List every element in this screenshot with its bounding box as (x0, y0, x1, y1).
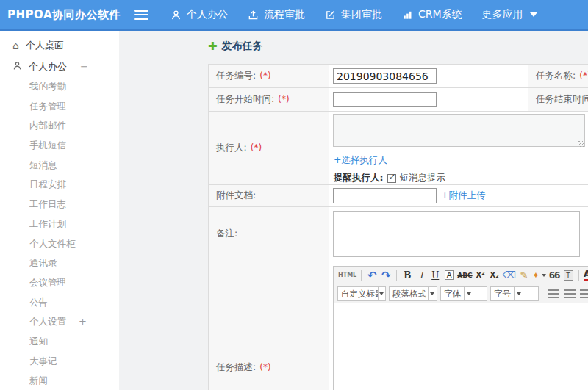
collapse-minus-icon[interactable]: − (80, 61, 88, 72)
nav-personal-office[interactable]: 个人办公 (171, 8, 228, 21)
dropdown-arrow-icon (514, 287, 523, 300)
dropdown-label: 字号 (491, 287, 514, 300)
eraser-icon[interactable]: ⌫ (502, 269, 517, 282)
nav-label: 更多应用 (482, 8, 523, 21)
required-mark: (*) (278, 94, 289, 104)
start-time-label-cell: 任务开始时间:(*) (209, 88, 329, 112)
nav-label: 集团审批 (341, 8, 382, 21)
remark-textarea[interactable] (333, 211, 580, 257)
sidebar-item-personal-desktop[interactable]: ⌂ 个人桌面 (0, 35, 118, 56)
executor-cell: +选择执行人 提醒执行人: ✓ 短消息提示 (329, 112, 588, 185)
attachment-cell: +附件上传 (329, 185, 588, 207)
sidebar-item-contacts[interactable]: 通讯录 (0, 253, 118, 273)
toolbar-separator (578, 270, 579, 281)
add-plus-icon: ✚ (208, 41, 218, 52)
nav-process-approval[interactable]: 流程审批 (248, 8, 305, 21)
sms-remind-checkbox[interactable]: ✓ (387, 174, 396, 183)
blockquote-button[interactable]: 66 (548, 269, 561, 282)
sidebar-item-news[interactable]: 新闻 (0, 371, 118, 390)
nav-label: CRM系统 (418, 8, 462, 21)
expand-plus-icon[interactable]: + (79, 312, 87, 332)
hamburger-menu-icon[interactable] (134, 10, 148, 20)
sidebar-subitem-label: 手机短信 (29, 136, 66, 156)
editor-toolbar-row1: HTML ↶ ↷ B I U A ABC X² X₂ ⌫ (334, 267, 588, 284)
nav-crm-system[interactable]: CRM系统 (402, 8, 462, 21)
font-family-dropdown[interactable]: 字体 (440, 286, 487, 301)
nav-more-apps[interactable]: 更多应用 (482, 8, 537, 21)
nav-label: 流程审批 (264, 8, 305, 21)
sidebar-item-announcement[interactable]: 公告 (0, 293, 118, 313)
field-label: 执行人: (216, 142, 247, 153)
editor-toolbar-row2: 自定义标题 段落格式 字体 (334, 284, 588, 303)
sidebar-item-task-management[interactable]: 任务管理 (0, 97, 118, 117)
task-number-input[interactable] (333, 68, 437, 84)
description-editor-area[interactable] (334, 303, 588, 390)
remind-executor-label: 提醒执行人: (334, 172, 384, 184)
resize-grip-icon[interactable] (578, 141, 584, 147)
paste-icon[interactable]: T (564, 270, 573, 281)
process-approval-icon (248, 10, 259, 21)
choose-executor-link[interactable]: +选择执行人 (334, 154, 387, 167)
start-time-cell (329, 88, 528, 112)
sidebar-item-internal-mail[interactable]: 内部邮件 (0, 116, 118, 136)
sidebar-item-work-plan[interactable]: 工作计划 (0, 214, 118, 234)
sidebar-subitem-label: 通讯录 (29, 253, 57, 273)
sidebar-item-short-message[interactable]: 短消息 (0, 156, 118, 176)
required-mark: (*) (579, 71, 588, 81)
redo-icon[interactable]: ↷ (379, 269, 392, 282)
description-cell: HTML ↶ ↷ B I U A ABC X² X₂ ⌫ (329, 261, 588, 390)
attachment-upload-link[interactable]: +附件上传 (441, 189, 485, 202)
html-source-button[interactable]: HTML (337, 269, 357, 282)
strikethrough-button[interactable]: ABC (456, 269, 473, 282)
magic-wand-button[interactable]: ✦ (531, 269, 547, 282)
align-center-icon[interactable] (564, 289, 576, 298)
sidebar-item-mobile-sms[interactable]: 手机短信 (0, 136, 118, 156)
remind-executor-row: 提醒执行人: ✓ 短消息提示 (334, 172, 588, 184)
required-mark: (*) (259, 362, 270, 372)
toolbar-separator (361, 270, 362, 281)
sidebar-subitem-label: 新闻 (29, 371, 48, 390)
description-label-cell: 任务描述:(*) (209, 261, 329, 390)
sms-remind-checkbox-label: 短消息提示 (400, 172, 446, 184)
font-size-dropdown[interactable]: 字号 (490, 286, 539, 301)
underline-button[interactable]: U (429, 269, 442, 282)
sidebar-item-personal-files[interactable]: 个人文件柜 (0, 234, 118, 254)
sidebar-subitem-label: 日程安排 (29, 175, 66, 195)
attachment-label-cell: 附件文档: (209, 185, 329, 207)
start-time-input[interactable] (333, 92, 437, 107)
sidebar-subitem-label: 任务管理 (29, 97, 66, 117)
dropdown-label: 自定义标题 (338, 287, 378, 300)
sidebar-item-personal-office[interactable]: 个人办公 − (0, 56, 118, 77)
group-approval-icon (325, 10, 336, 21)
custom-title-dropdown[interactable]: 自定义标题 (337, 286, 386, 301)
sidebar-item-memorabilia[interactable]: 大事记 (0, 352, 118, 372)
rich-text-editor: HTML ↶ ↷ B I U A ABC X² X₂ ⌫ (333, 266, 588, 390)
sidebar-item-schedule[interactable]: 日程安排 (0, 175, 118, 195)
align-left-icon[interactable] (548, 289, 559, 298)
bold-button[interactable]: B (401, 269, 414, 282)
subscript-button[interactable]: X₂ (488, 269, 501, 282)
sidebar-subitem-label: 通知 (29, 332, 48, 352)
attachment-input[interactable] (333, 188, 437, 203)
sidebar-item-meeting-management[interactable]: 会议管理 (0, 273, 118, 293)
task-number-label-cell: 任务编号:(*) (209, 65, 329, 88)
sidebar-item-personal-settings[interactable]: 个人设置 + (0, 312, 118, 332)
sidebar-item-my-attendance[interactable]: 我的考勤 (0, 77, 118, 97)
sidebar-item-notification[interactable]: 通知 (0, 332, 118, 352)
italic-button[interactable]: I (415, 269, 428, 282)
remark-label-cell: 备注: (209, 207, 329, 261)
field-label: 备注: (216, 228, 237, 239)
paragraph-format-dropdown[interactable]: 段落格式 (389, 286, 437, 301)
font-color-button[interactable]: A (583, 269, 588, 282)
executor-textarea[interactable] (333, 114, 585, 147)
nav-group-approval[interactable]: 集团审批 (325, 8, 382, 21)
dropdown-arrow-icon (464, 287, 473, 300)
sidebar-item-work-log[interactable]: 工作日志 (0, 195, 118, 214)
sidebar-subitem-label: 工作日志 (29, 195, 66, 214)
format-brush-icon[interactable]: ✎ (517, 269, 531, 282)
align-right-icon[interactable] (580, 289, 588, 298)
superscript-button[interactable]: X² (474, 269, 487, 282)
char-border-button[interactable]: A (445, 270, 454, 280)
task-number-cell (329, 65, 528, 88)
undo-icon[interactable]: ↶ (365, 269, 379, 282)
